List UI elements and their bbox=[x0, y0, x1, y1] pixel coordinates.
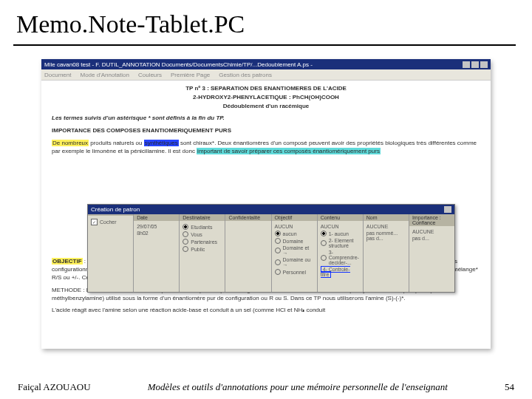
column-cell: AUCUN bbox=[321, 223, 360, 230]
dialog-column: DestinataireEtudiantsVousPartenairesPubl… bbox=[180, 214, 225, 292]
radio[interactable] bbox=[183, 224, 188, 230]
column-cell: AUCUNE bbox=[366, 223, 406, 230]
column-header: Confidentalité bbox=[225, 214, 270, 221]
window-controls bbox=[461, 58, 488, 71]
column-cell: pas nommé... pas d... bbox=[366, 230, 406, 242]
objectif-label: OBJECTIF bbox=[52, 258, 83, 265]
column-header: Date bbox=[134, 214, 179, 221]
column-cell: 4- Controle-titre bbox=[321, 266, 360, 278]
footer-author: Faiçal AZOUAOU bbox=[18, 381, 91, 393]
dialog-column: ✓Cocher bbox=[88, 214, 134, 292]
menubar: Document Mode d'Annotation Couleurs Prem… bbox=[41, 69, 491, 81]
menu-annotation[interactable]: Mode d'Annotation bbox=[80, 72, 129, 78]
radio[interactable] bbox=[321, 231, 327, 236]
dialog-title: Création de patron bbox=[91, 206, 140, 213]
radio[interactable] bbox=[275, 248, 281, 253]
column-cell: Domaine ou → bbox=[275, 256, 314, 268]
column-cell: AUCUNE bbox=[412, 228, 451, 235]
screenshot-frame: Mlle cavan08 test - F. DUTIL_ANNOTATION … bbox=[41, 59, 491, 349]
column-cell: 2- Element structuré bbox=[321, 237, 360, 249]
menu-firstpage[interactable]: Première Page bbox=[171, 72, 210, 78]
column-header: Contenu bbox=[318, 214, 363, 221]
menu-colors[interactable]: Couleurs bbox=[138, 72, 162, 78]
dialog-column: ObjectifAUCUNaucunDomaineDomaine et →Dom… bbox=[272, 214, 318, 292]
column-cell: ✓Cocher bbox=[91, 218, 130, 226]
column-cell: Public bbox=[183, 245, 222, 253]
column-cell: 1- aucun bbox=[321, 230, 360, 237]
radio[interactable] bbox=[275, 231, 281, 236]
last-line: L'acide réagit avec l'amine selon une ré… bbox=[52, 307, 480, 315]
highlight-yellow-1: De nombreux bbox=[52, 140, 89, 146]
radio[interactable] bbox=[321, 240, 327, 246]
paragraph-1: De nombreux produits naturels ou synthét… bbox=[52, 140, 480, 156]
column-cell: 29/07/05 bbox=[137, 223, 176, 230]
asterisk-note: Les termes suivis d'un astérisque * sont… bbox=[52, 115, 480, 123]
slide-title: Memo.Note-Tablet.PC bbox=[0, 0, 532, 44]
radio[interactable] bbox=[275, 259, 281, 265]
menu-patrons[interactable]: Gestion des patrons bbox=[219, 72, 272, 78]
column-header: Importance : Confiance bbox=[409, 214, 454, 226]
dialog-column: Importance : ConfianceAUCUNEpas d... bbox=[409, 214, 454, 292]
radio[interactable] bbox=[183, 246, 188, 252]
doc-heading2: 2-HYDROXY2-PHENYLACETIQUE : PhCH(OH)COOH bbox=[52, 94, 480, 102]
column-cell: 3- Comprendre-decider-... bbox=[321, 249, 360, 266]
dialog-column: Confidentalité bbox=[225, 214, 271, 292]
radio[interactable] bbox=[321, 255, 327, 261]
doc-heading1: TP nº 3 : SEPARATION DES ENANTIOMERES DE… bbox=[52, 85, 480, 93]
close-icon[interactable] bbox=[480, 61, 488, 68]
radio[interactable] bbox=[183, 231, 188, 237]
footer-caption: Modèles et outils d'annotations pour une… bbox=[91, 381, 505, 393]
column-header: Destinataire bbox=[180, 214, 225, 221]
importance-heading: IMPORTANCE DES COMPOSES ENANTIOMERIQUEME… bbox=[52, 127, 480, 135]
dialog-creation-patron: Création de patron ✓CocherDate29/07/058h… bbox=[87, 204, 455, 293]
maximize-icon[interactable] bbox=[471, 61, 479, 68]
highlight-blue: synthétiques bbox=[144, 140, 179, 146]
column-cell: Vous bbox=[183, 231, 222, 238]
menu-document[interactable]: Document bbox=[44, 72, 71, 78]
dialog-column: ContenuAUCUN1- aucun2- Element structuré… bbox=[318, 214, 364, 292]
dialog-column: Date29/07/058h02 bbox=[134, 214, 180, 292]
column-cell: pas d... bbox=[412, 235, 451, 242]
minimize-icon[interactable] bbox=[463, 61, 470, 68]
column-header: Objectif bbox=[272, 214, 317, 221]
column-cell: Domaine bbox=[275, 237, 314, 245]
radio[interactable] bbox=[275, 269, 281, 275]
column-header: Nom bbox=[364, 214, 409, 221]
column-cell: AUCUN bbox=[275, 223, 314, 230]
column-cell: Partenaires bbox=[183, 238, 222, 245]
column-cell: Etudiants bbox=[183, 223, 222, 231]
window-titlebar: Mlle cavan08 test - F. DUTIL_ANNOTATION … bbox=[41, 59, 491, 69]
column-cell: Domaine et → bbox=[275, 245, 314, 256]
dialog-column: NomAUCUNEpas nommé... pas d... bbox=[364, 214, 409, 292]
column-cell: aucun bbox=[275, 230, 314, 237]
selected-option: 4- Controle-titre bbox=[321, 266, 350, 278]
radio[interactable] bbox=[183, 239, 188, 245]
column-cell: Personnel bbox=[275, 268, 314, 276]
radio[interactable] bbox=[275, 238, 281, 244]
highlight-cyan: important de savoir préparer ces composé… bbox=[197, 148, 381, 154]
slide-footer: Faiçal AZOUAOU Modèles et outils d'annot… bbox=[0, 381, 532, 393]
title-rule bbox=[13, 44, 516, 46]
doc-heading3: Dédoublement d'un racémique bbox=[52, 103, 480, 111]
window-title: Mlle cavan08 test - F. DUTIL_ANNOTATION … bbox=[44, 61, 313, 68]
checkbox[interactable]: ✓ bbox=[91, 219, 98, 225]
dialog-titlebar: Création de patron bbox=[88, 205, 454, 214]
column-header bbox=[88, 214, 133, 216]
dialog-close-icon[interactable] bbox=[444, 206, 451, 213]
column-cell: 8h02 bbox=[137, 230, 176, 236]
footer-page: 54 bbox=[505, 381, 514, 393]
